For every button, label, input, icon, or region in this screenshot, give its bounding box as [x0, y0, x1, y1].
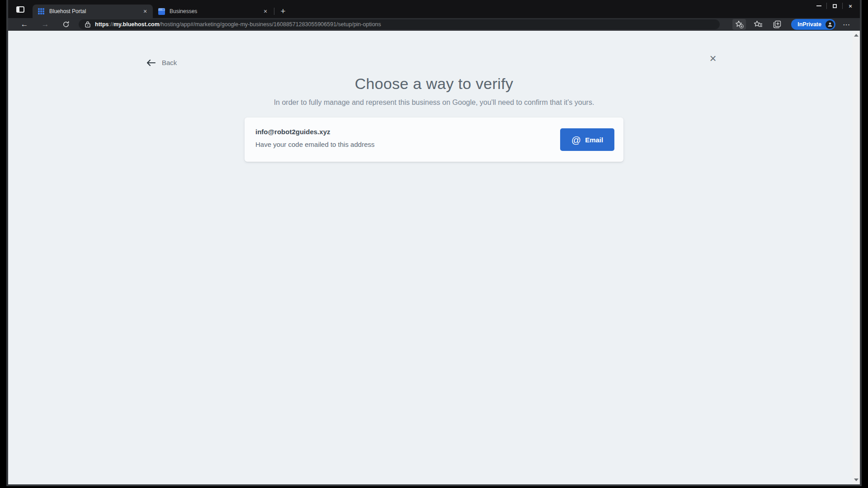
tab-bluehost-portal[interactable]: Bluehost Portal × [33, 5, 153, 18]
page-content: Back × Choose a way to verify In order t… [8, 31, 860, 484]
tab-businesses[interactable]: Businesses × [153, 5, 273, 18]
maximize-icon [833, 4, 837, 8]
tab-close-icon[interactable]: × [141, 7, 149, 15]
tab-divider [274, 8, 274, 15]
star-plus-icon [735, 20, 744, 28]
email-verify-button[interactable]: @ Email [560, 128, 614, 151]
bluehost-grid-favicon-icon [38, 8, 45, 15]
back-label: Back [162, 59, 177, 66]
url-separator: :// [109, 21, 113, 28]
scrollbar-down-arrow-icon[interactable] [854, 479, 859, 481]
window-maximize-button[interactable] [827, 1, 842, 11]
scrollbar-up-arrow-icon[interactable] [854, 34, 859, 37]
address-bar[interactable]: https://my.bluehost.com/hosting/app#/mar… [79, 19, 720, 29]
url-text: https://my.bluehost.com/hosting/app#/mar… [95, 21, 381, 28]
url-scheme: https [95, 21, 109, 28]
site-security-lock-icon [85, 21, 90, 28]
person-icon [827, 22, 833, 27]
verification-email-address: info@robot2guides.xyz [255, 128, 613, 136]
titlebar: Bluehost Portal × Businesses × + [8, 0, 860, 18]
refresh-icon [62, 21, 70, 28]
email-verification-card: info@robot2guides.xyz Have your code ema… [245, 117, 623, 162]
browser-toolbar: ← → https://my.bluehost.com/hosting/app#… [8, 18, 860, 31]
toolbar-icons: InPrivate ··· [727, 19, 854, 30]
profile-inprivate-badge[interactable]: InPrivate [791, 19, 835, 30]
browser-window: Bluehost Portal × Businesses × + [6, 0, 862, 486]
collections-icon [773, 20, 782, 28]
page-scrollbar[interactable] [853, 31, 860, 484]
workspaces-icon [16, 6, 24, 13]
window-close-button[interactable]: × [843, 1, 858, 11]
browser-refresh-button[interactable] [60, 19, 72, 30]
tab-close-icon[interactable]: × [261, 7, 269, 15]
tab-actions-menu-button[interactable] [14, 4, 27, 15]
business-storefront-favicon-icon [158, 8, 165, 15]
browser-forward-button[interactable]: → [39, 19, 52, 30]
verification-description: Have your code emailed to this address [255, 141, 613, 148]
tab-strip: Bluehost Portal × Businesses × + [33, 5, 289, 18]
browser-back-button[interactable]: ← [18, 19, 31, 30]
url-path: /hosting/app#/marketing/google-my-busine… [160, 21, 381, 28]
url-domain: my.bluehost.com [113, 21, 160, 28]
page-title: Choose a way to verify [8, 31, 860, 93]
page-subtitle: In order to fully manage and represent t… [8, 99, 860, 107]
star-lines-icon [754, 20, 763, 28]
email-button-label: Email [585, 136, 603, 144]
window-minimize-button[interactable] [811, 1, 826, 11]
window-close-icon: × [849, 3, 852, 9]
profile-avatar [826, 20, 834, 29]
back-button[interactable]: Back [146, 59, 177, 66]
back-arrow-icon [146, 59, 156, 66]
window-controls: × [811, 1, 858, 11]
tab-label: Bluehost Portal [49, 8, 141, 14]
at-sign-icon: @ [571, 135, 581, 145]
collections-button[interactable] [770, 19, 784, 30]
add-favorite-button[interactable] [732, 19, 746, 30]
tab-label: Businesses [170, 8, 261, 14]
inprivate-label: InPrivate [797, 21, 821, 28]
settings-and-more-button[interactable]: ··· [840, 19, 854, 30]
new-tab-button[interactable]: + [277, 5, 289, 17]
dialog-close-button[interactable]: × [705, 51, 721, 66]
favorites-button[interactable] [751, 19, 765, 30]
minimize-icon [816, 5, 821, 6]
